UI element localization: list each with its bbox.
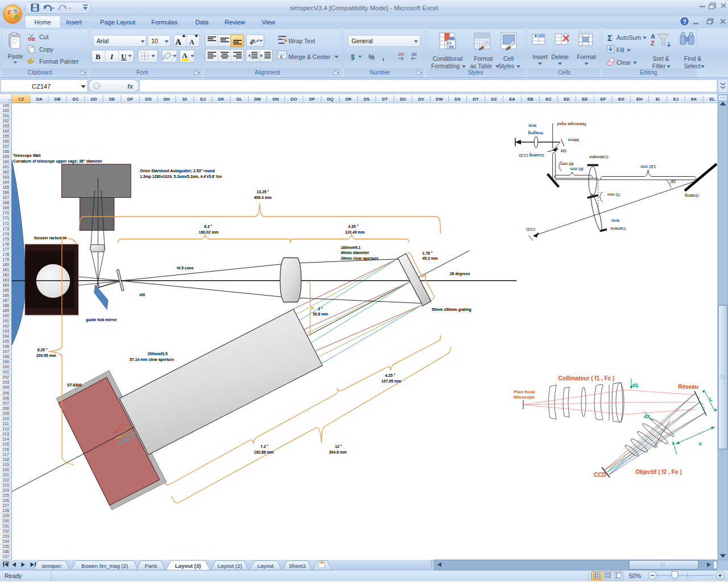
svg-text:Select: Select: [684, 63, 700, 69]
svg-text:DR: DR: [345, 97, 351, 102]
svg-text:as Table: as Table: [470, 63, 493, 69]
svg-text:lens: lens: [611, 218, 619, 223]
svg-text:Format: Format: [474, 55, 493, 62]
svg-text:219: 219: [2, 463, 9, 467]
svg-text:155: 155: [2, 134, 9, 138]
svg-text:226: 226: [2, 498, 9, 502]
svg-text:Paste: Paste: [8, 53, 23, 60]
svg-text:Page Layout: Page Layout: [100, 19, 135, 26]
svg-text:1.78 °: 1.78 °: [423, 251, 433, 255]
svg-text:216: 216: [2, 447, 9, 451]
svg-text:Data: Data: [195, 19, 209, 26]
svg-text:13.25 °: 13.25 °: [257, 190, 269, 194]
svg-text:U: U: [121, 52, 127, 61]
svg-text:178: 178: [2, 252, 9, 256]
svg-text:.0: .0: [398, 52, 401, 57]
svg-text:slit: slit: [139, 293, 146, 297]
svg-text:focuser racked in: focuser racked in: [34, 236, 66, 240]
svg-text:183: 183: [2, 278, 9, 282]
svg-text:EF: EF: [601, 97, 606, 102]
svg-text:304.8 mm: 304.8 mm: [329, 450, 347, 454]
svg-text:235: 235: [2, 544, 9, 548]
svg-text:Layout (3): Layout (3): [175, 563, 201, 569]
svg-text:237: 237: [2, 555, 9, 559]
svg-text:Insert: Insert: [66, 19, 82, 26]
svg-text:DI: DI: [183, 97, 187, 102]
svg-text:Format: Format: [577, 53, 595, 60]
svg-text:194: 194: [2, 334, 9, 338]
svg-text:Formulas: Formulas: [151, 19, 177, 26]
svg-text:CCD: CCD: [526, 227, 535, 232]
svg-text:Conditional: Conditional: [433, 55, 463, 62]
svg-text:182: 182: [2, 273, 9, 277]
svg-text:DS: DS: [363, 97, 369, 102]
svg-text:28 degrees: 28 degrees: [450, 272, 470, 276]
svg-text:232: 232: [2, 529, 9, 533]
svg-text:Collimateur ( f1 , Fc ): Collimateur ( f1 , Fc ): [559, 375, 615, 381]
svg-text:DB: DB: [55, 97, 61, 102]
svg-text:132 mm: 132 mm: [640, 164, 656, 169]
svg-text:Copy: Copy: [39, 46, 53, 53]
svg-text:EK: EK: [691, 97, 697, 102]
svg-text:Plan focal: Plan focal: [514, 389, 535, 394]
svg-text:165: 165: [2, 185, 9, 189]
svg-text:40mm diameter: 40mm diameter: [341, 251, 369, 255]
svg-text:187: 187: [2, 298, 9, 302]
svg-text:200mmf3.5: 200mmf3.5: [147, 352, 167, 356]
svg-text:.00: .00: [411, 52, 416, 57]
svg-text:DZ: DZ: [491, 97, 497, 102]
svg-text:210: 210: [2, 417, 9, 421]
svg-text:202: 202: [2, 375, 9, 379]
svg-text:184: 184: [2, 283, 9, 287]
svg-text:209.55 mm: 209.55 mm: [36, 354, 56, 357]
svg-text:221: 221: [2, 473, 9, 477]
svg-text:227: 227: [2, 504, 9, 508]
svg-text:Cells: Cells: [558, 69, 570, 76]
svg-text:DN: DN: [272, 97, 279, 102]
svg-text:211: 211: [3, 422, 9, 426]
svg-text:225: 225: [2, 493, 9, 497]
svg-text:151: 151: [2, 114, 9, 118]
svg-text:224: 224: [2, 488, 9, 492]
svg-text:0: 0: [402, 52, 404, 57]
svg-text:Sheet2: Sheet2: [289, 563, 306, 569]
svg-text:DT: DT: [382, 97, 388, 102]
svg-text:General: General: [351, 38, 373, 44]
svg-text:A: A: [182, 51, 188, 60]
svg-text:177: 177: [2, 247, 9, 251]
svg-text:d2: d2: [644, 414, 650, 419]
svg-text:DY: DY: [473, 97, 478, 102]
svg-text:186: 186: [2, 293, 9, 297]
svg-text:Number: Number: [370, 69, 390, 76]
svg-text:170: 170: [2, 211, 9, 215]
svg-text:167: 167: [2, 196, 9, 199]
svg-text:DM: DM: [254, 97, 261, 102]
svg-text:Wrap Text: Wrap Text: [288, 38, 315, 44]
svg-text:EI: EI: [656, 97, 660, 102]
svg-text:I: I: [110, 52, 114, 61]
svg-text:EH: EH: [636, 97, 642, 102]
svg-text:DE: DE: [109, 97, 115, 102]
svg-text:CCD: CCD: [594, 472, 606, 478]
svg-text:ST-8300: ST-8300: [67, 383, 82, 387]
svg-text:80 mm: 80 mm: [570, 167, 584, 172]
svg-text:175: 175: [2, 237, 9, 241]
svg-text:L: L: [709, 396, 713, 402]
svg-text:207: 207: [2, 401, 9, 405]
svg-text:233: 233: [2, 534, 9, 538]
svg-text:Grating: Grating: [685, 193, 699, 198]
svg-text:Mirror: Mirror: [568, 138, 579, 143]
svg-text:158: 158: [2, 149, 9, 153]
svg-text:View: View: [262, 19, 275, 26]
svg-text:159: 159: [2, 155, 9, 159]
svg-text:10: 10: [151, 38, 158, 44]
svg-text:ED: ED: [564, 97, 570, 102]
svg-text:8.25 °: 8.25 °: [38, 348, 48, 352]
svg-text:télescope: télescope: [514, 394, 535, 400]
svg-text:80 mm: 80 mm: [561, 161, 574, 167]
svg-text:154: 154: [2, 129, 9, 133]
svg-text:Insert: Insert: [532, 53, 547, 60]
svg-text:185: 185: [2, 288, 9, 292]
svg-text:198: 198: [2, 355, 9, 359]
svg-text:Ready: Ready: [5, 572, 22, 579]
